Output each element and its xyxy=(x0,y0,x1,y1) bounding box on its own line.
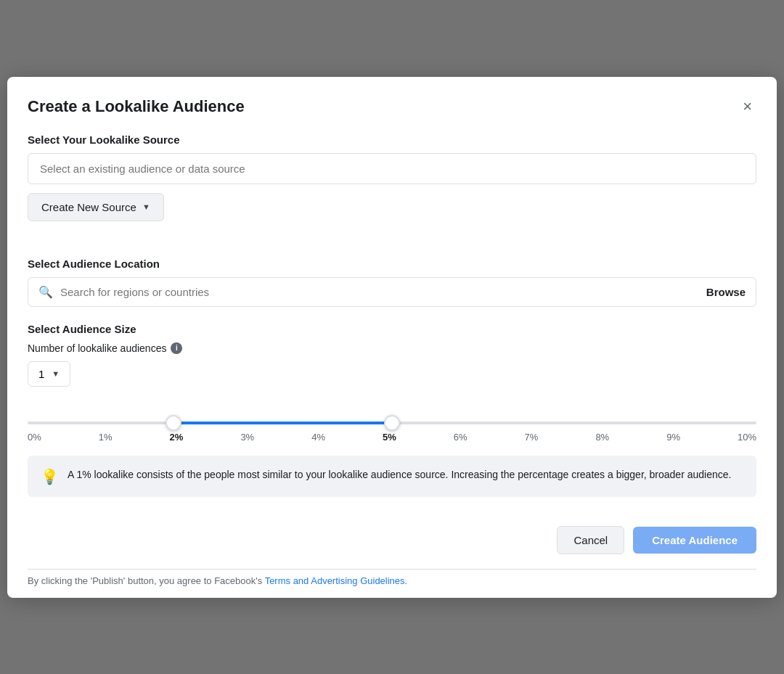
info-icon[interactable]: i xyxy=(171,342,182,354)
slider-label-4: 4% xyxy=(311,432,325,443)
source-input[interactable] xyxy=(28,153,756,184)
info-box: 💡 A 1% lookalike consists of the people … xyxy=(28,456,756,497)
audience-size-section: Select Audience Size Number of lookalike… xyxy=(28,323,756,443)
lightbulb-icon: 💡 xyxy=(41,468,59,485)
slider-label-5: 5% xyxy=(383,432,396,443)
dropdown-arrow-icon: ▼ xyxy=(142,202,150,211)
search-icon: 🔍 xyxy=(38,285,53,299)
location-search-input[interactable] xyxy=(60,286,699,298)
slider-labels: 0% 1% 2% 3% 4% 5% 6% 7% 8% 9% 10% xyxy=(28,432,756,443)
source-section: Select Your Lookalike Source Create New … xyxy=(28,133,756,242)
slider-label-9: 9% xyxy=(666,432,680,443)
slider-label-1: 1% xyxy=(99,432,113,443)
number-dropdown-arrow-icon: ▼ xyxy=(52,369,60,378)
audience-size-label: Select Audience Size xyxy=(28,323,756,335)
audience-size-slider[interactable] xyxy=(28,422,756,424)
create-new-source-label: Create New Source xyxy=(41,201,136,213)
create-new-source-button[interactable]: Create New Source ▼ xyxy=(28,193,164,221)
slider-label-2: 2% xyxy=(170,432,184,443)
slider-label-10: 10% xyxy=(738,432,756,443)
modal-dialog: Create a Lookalike Audience × Select You… xyxy=(7,77,777,598)
modal-header: Create a Lookalike Audience × xyxy=(28,97,756,116)
tos-link[interactable]: Terms and Advertising Guidelines. xyxy=(265,575,408,586)
info-box-text: A 1% lookalike consists of the people mo… xyxy=(68,467,731,482)
location-section: Select Audience Location 🔍 Browse xyxy=(28,258,756,307)
location-section-label: Select Audience Location xyxy=(28,258,756,270)
close-button[interactable]: × xyxy=(738,97,756,116)
slider-track xyxy=(28,422,756,424)
lookalike-count-label: Number of lookalike audiences i xyxy=(28,342,756,354)
source-section-label: Select Your Lookalike Source xyxy=(28,133,756,146)
cancel-button[interactable]: Cancel xyxy=(557,526,624,554)
slider-thumb-left[interactable] xyxy=(166,415,181,431)
number-select-dropdown[interactable]: 1 ▼ xyxy=(28,361,70,387)
modal-footer: Cancel Create Audience xyxy=(28,514,756,569)
slider-fill xyxy=(173,422,392,424)
create-audience-button[interactable]: Create Audience xyxy=(633,527,756,554)
modal-title: Create a Lookalike Audience xyxy=(28,97,245,116)
number-value: 1 xyxy=(38,368,44,380)
slider-label-7: 7% xyxy=(525,432,539,443)
tos-bar: By clicking the 'Publish' button, you ag… xyxy=(28,569,756,598)
slider-label-0: 0% xyxy=(28,432,41,443)
tos-text: By clicking the 'Publish' button, you ag… xyxy=(28,575,262,586)
modal-overlay: Create a Lookalike Audience × Select You… xyxy=(0,0,784,674)
slider-thumb-right[interactable] xyxy=(384,415,400,431)
location-search-wrapper: 🔍 Browse xyxy=(28,277,756,307)
slider-label-6: 6% xyxy=(454,432,467,443)
slider-label-8: 8% xyxy=(595,432,609,443)
browse-button[interactable]: Browse xyxy=(706,286,746,298)
slider-label-3: 3% xyxy=(240,432,254,443)
